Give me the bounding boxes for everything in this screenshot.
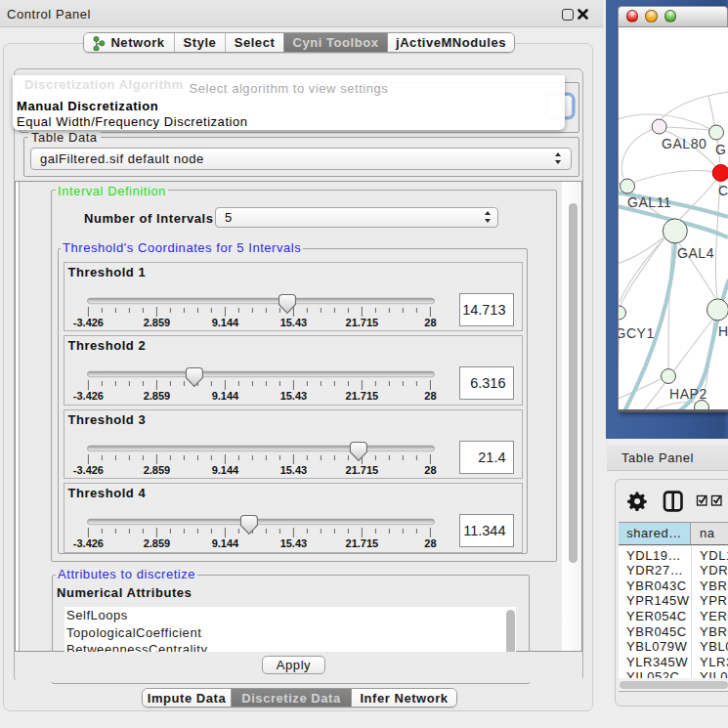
svg-text:28: 28 xyxy=(424,316,436,327)
svg-text:GCY1: GCY1 xyxy=(619,325,655,341)
svg-text:2.859: 2.859 xyxy=(144,537,171,549)
svg-text:9.144: 9.144 xyxy=(212,537,239,549)
svg-text:15.43: 15.43 xyxy=(280,537,308,549)
svg-text:28: 28 xyxy=(424,537,436,549)
svg-text:-3.426: -3.426 xyxy=(73,316,104,327)
svg-text:GAL11: GAL11 xyxy=(627,194,671,210)
svg-text:C: C xyxy=(718,183,728,198)
svg-text:2.859: 2.859 xyxy=(144,316,171,327)
svg-text:G: G xyxy=(715,142,726,157)
svg-text:-3.426: -3.426 xyxy=(73,390,104,402)
svg-text:-3.426: -3.426 xyxy=(73,463,104,475)
svg-text:GAL80: GAL80 xyxy=(662,136,707,151)
svg-text:15.43: 15.43 xyxy=(280,463,308,475)
svg-text:28: 28 xyxy=(424,463,436,475)
svg-text:15.43: 15.43 xyxy=(280,316,308,327)
svg-text:-3.426: -3.426 xyxy=(73,537,104,549)
svg-text:21.715: 21.715 xyxy=(346,537,379,549)
svg-text:15.43: 15.43 xyxy=(280,390,308,402)
svg-text:2.859: 2.859 xyxy=(144,463,171,475)
svg-text:HAP2: HAP2 xyxy=(669,386,707,402)
svg-text:21.715: 21.715 xyxy=(346,390,379,402)
svg-text:2.859: 2.859 xyxy=(144,390,171,402)
svg-text:9.144: 9.144 xyxy=(212,390,239,402)
svg-text:9.144: 9.144 xyxy=(212,463,239,475)
svg-text:9.144: 9.144 xyxy=(212,316,239,327)
svg-text:GAL4: GAL4 xyxy=(677,245,714,261)
svg-text:21.715: 21.715 xyxy=(346,463,379,475)
svg-text:21.715: 21.715 xyxy=(346,316,379,327)
svg-text:28: 28 xyxy=(424,390,436,402)
svg-text:H: H xyxy=(718,323,728,339)
